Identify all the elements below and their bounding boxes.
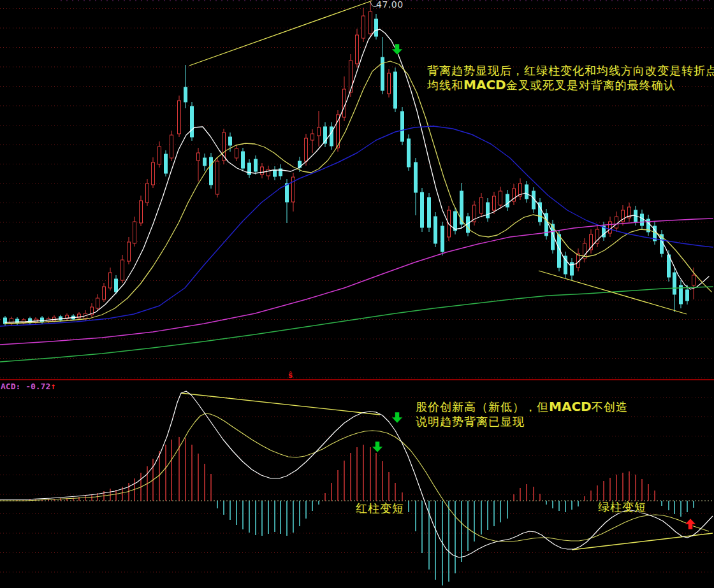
macd-dea-line <box>0 413 709 541</box>
candle-body <box>673 273 676 294</box>
candle-body <box>641 214 644 226</box>
candle-body <box>407 139 411 167</box>
candle-body <box>41 318 44 322</box>
candle-body <box>140 201 143 223</box>
candle-body <box>261 167 264 175</box>
candle-body <box>235 148 238 158</box>
trendline-price-higher-highs <box>189 1 372 66</box>
candle-body <box>286 183 289 202</box>
candle-body <box>369 11 372 34</box>
candle-body <box>127 242 131 261</box>
candle-body <box>152 162 155 185</box>
trendline-price-lower-highs <box>539 271 687 314</box>
ma-line-green <box>0 287 713 362</box>
trendline-macd-lower-highs <box>181 393 380 415</box>
candle-body <box>178 101 181 134</box>
candle-body <box>191 106 194 137</box>
annotation-divergence-macd-text: 股价创新高（新低），但 <box>416 400 549 413</box>
candle-body <box>506 194 509 207</box>
candle-body <box>362 16 365 38</box>
candle-body <box>210 157 213 185</box>
ma-line-blue <box>0 126 713 326</box>
candle-body <box>525 185 528 199</box>
candle-body <box>493 196 496 210</box>
annotation-divergence-top-text: 金叉或死叉是对背离的最终确认 <box>506 78 676 92</box>
macd-up-arrow-glyph: ↑ <box>50 381 55 391</box>
candle-body <box>197 153 200 161</box>
annotation-divergence-top: 背离趋势显现后，红绿柱变化和均线方向改变是转折点均线和MACD金叉或死叉是对背离… <box>427 63 714 92</box>
candle-body <box>96 298 99 308</box>
candle-body <box>692 275 696 285</box>
candle-body <box>164 154 168 173</box>
annotation-divergence-macd-text: MACD <box>549 399 592 414</box>
candle-body <box>388 73 391 94</box>
candle-body <box>229 137 232 145</box>
arrow-macd-turn-up <box>685 519 696 529</box>
candle-body <box>115 279 118 292</box>
annotation-red-bars-shorten: 红柱变短 <box>356 501 404 515</box>
candle-body <box>311 134 314 140</box>
candle-body <box>454 212 457 231</box>
trading-chart-screenshot: 47.00 ACD: -0.72↑ ŝ 背离趋势显现后，红绿柱变化和均线方向改变… <box>0 0 714 588</box>
annotation-divergence-top-text: 背离趋势显现后，红绿柱变化和均线方向改变是转折点 <box>427 64 714 77</box>
candle-body <box>184 87 187 102</box>
annotation-divergence-top-text: 均线和 <box>427 78 463 92</box>
candle-body <box>203 158 207 166</box>
candle-body <box>170 135 173 158</box>
candle-body <box>133 222 136 243</box>
candle-body <box>460 191 463 224</box>
arrow-macd-histogram-peak <box>372 441 383 452</box>
candle-body <box>375 19 378 36</box>
price-peak-label: 47.00 <box>376 0 404 10</box>
candle-body <box>109 273 112 288</box>
macd-value-text: ACD: -0.72 <box>1 382 50 391</box>
annotation-red-bars-shorten-text: 红柱变短 <box>356 501 404 515</box>
candle-body <box>486 203 490 218</box>
candle-body <box>401 111 404 141</box>
candle-body <box>10 319 13 324</box>
candle-body <box>103 287 106 299</box>
ma-line-magenta <box>0 219 713 345</box>
candle-body <box>499 191 502 205</box>
candle-body <box>441 226 444 252</box>
candle-body <box>158 147 161 164</box>
arrow-macd-line-peak <box>392 412 403 423</box>
annotation-divergence-top-text: MACD <box>463 77 506 92</box>
candle-body <box>434 217 437 243</box>
candle-body <box>615 217 618 228</box>
candle-body <box>686 290 689 301</box>
candle-body <box>4 318 7 324</box>
candle-body <box>356 35 359 64</box>
candle-body <box>609 222 612 233</box>
macd-value-label: ACD: -0.72↑ <box>1 381 56 391</box>
candle-body <box>121 260 124 280</box>
split-marker[interactable]: ŝ <box>288 371 293 380</box>
annotation-divergence-macd-text: 不创造 <box>592 400 628 413</box>
candle-body <box>421 192 424 227</box>
annotation-divergence-macd-text: 说明趋势背离已显现 <box>416 415 525 428</box>
candle-body <box>394 72 397 108</box>
candle-body <box>428 197 431 227</box>
candle-body <box>317 127 321 136</box>
candle-body <box>216 161 219 194</box>
candle-body <box>480 197 483 213</box>
annotation-green-bars-shorten-text: 绿柱变短 <box>598 500 646 513</box>
candle-body <box>254 159 258 171</box>
candle-body <box>305 138 308 161</box>
annotation-divergence-macd: 股价创新高（新低），但MACD不创造说明趋势背离已显现 <box>416 399 628 429</box>
annotation-green-bars-shorten: 绿柱变短 <box>598 499 646 514</box>
candle-body <box>414 162 418 192</box>
candle-body <box>381 57 384 90</box>
candle-body <box>146 183 149 203</box>
candle-body <box>242 152 245 168</box>
candle-body <box>273 170 277 176</box>
